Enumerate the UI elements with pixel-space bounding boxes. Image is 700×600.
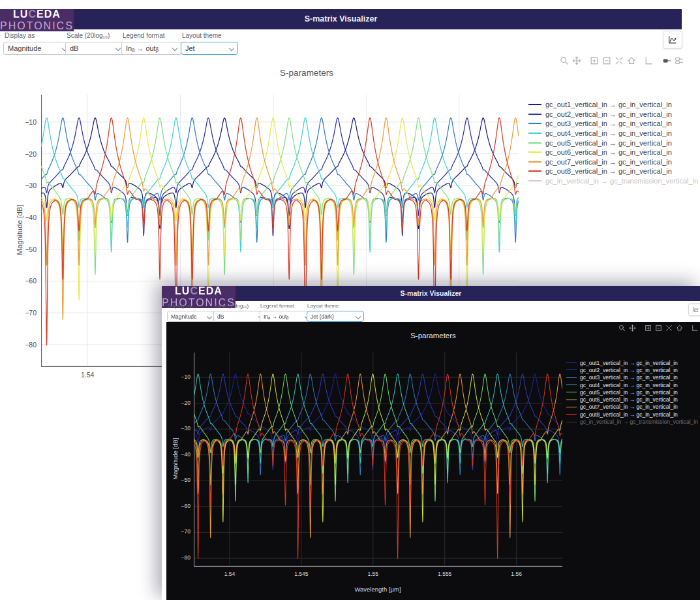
spikelines-icon[interactable] [645, 56, 654, 65]
layout-theme-select[interactable]: Jet (dark) [307, 311, 364, 322]
luceda-logo: LUCEDA PHOTONICS [0, 9, 74, 31]
app-title: S-matrix Visualizer [269, 286, 592, 301]
legend-item[interactable]: gc_out5_vertical_in → gc_in_vertical_in [528, 138, 700, 148]
y-tick-label: −40 [14, 213, 37, 221]
legend-line-swatch [566, 362, 577, 363]
legend-line-swatch [566, 407, 577, 407]
legend-line-swatch [566, 370, 577, 370]
legend-label: gc_out1_vertical_in → gc_in_vertical_in [580, 360, 678, 366]
legend-format-select[interactable]: Inₐ → outᵦ [121, 42, 181, 55]
reset-axes-icon[interactable] [676, 324, 683, 332]
legend-line-swatch [528, 133, 541, 134]
pan-icon[interactable] [629, 324, 636, 332]
control-display-as: Display as Magnitude [3, 29, 71, 55]
hover-closest-icon[interactable] [662, 56, 671, 65]
legend-item[interactable]: gc_out8_vertical_in → gc_in_vertical_in [566, 411, 700, 418]
legend-line-swatch [528, 161, 541, 163]
legend-item[interactable]: gc_out4_vertical_in → gc_in_vertical_in [566, 381, 700, 388]
legend-item[interactable]: gc_in_vertical_in → gc_transmission_vert… [528, 176, 700, 186]
y-tick-label: −20 [14, 150, 37, 158]
legend-label: gc_out5_vertical_in → gc_in_vertical_in [580, 389, 678, 396]
legend-label: gc_out1_vertical_in → gc_in_vertical_in [545, 101, 672, 108]
control-legend-format: Legend format Inₐ → outᵦ [121, 29, 181, 55]
legend-label: gc_out8_vertical_in → gc_in_vertical_in [545, 167, 672, 175]
legend-item[interactable]: gc_out7_vertical_in → gc_in_vertical_in [566, 403, 700, 411]
control-display-as: Display as Magnitude [167, 301, 215, 322]
chart-panel-button[interactable] [688, 303, 700, 316]
y-tick-label: −80 [171, 554, 190, 561]
control-scale: Scale (20log₁₀) dB [65, 29, 125, 55]
control-scale: Scale (20log₁₀) dB [213, 301, 267, 322]
x-tick-label: 1.54 [81, 371, 94, 379]
legend-item[interactable]: gc_out1_vertical_in → gc_in_vertical_in [566, 359, 700, 366]
legend-label: gc_out7_vertical_in → gc_in_vertical_in [580, 403, 678, 410]
display-as-select[interactable]: Magnitude [3, 42, 71, 55]
legend-item[interactable]: gc_out6_vertical_in → gc_in_vertical_in [528, 148, 700, 157]
legend-item[interactable]: gc_out3_vertical_in → gc_in_vertical_in [528, 119, 700, 129]
control-label: Layout theme [307, 303, 364, 309]
plot-modebar [618, 324, 700, 332]
control-layout-theme: Layout theme Jet [181, 29, 238, 55]
legend-line-swatch [528, 170, 541, 172]
y-tick-label: −10 [171, 373, 190, 380]
legend-line-swatch [566, 377, 577, 378]
display-as-select[interactable]: Magnitude [167, 311, 215, 322]
zoom-in-icon[interactable] [590, 56, 599, 65]
legend-line-swatch [566, 422, 577, 422]
autoscale-icon[interactable] [665, 324, 673, 332]
legend-item[interactable]: gc_out2_vertical_in → gc_in_vertical_in [566, 366, 700, 373]
y-axis-label: Magnitude [dB] [172, 423, 179, 495]
x-tick-label: 1.56 [511, 571, 522, 577]
zoom-out-icon[interactable] [602, 56, 611, 65]
legend-label: gc_out7_vertical_in → gc_in_vertical_in [545, 158, 672, 166]
window-dark: ↺ S-matrix Visualizer LUCEDA PHOTONICS D… [162, 286, 700, 600]
legend-item[interactable]: gc_out6_vertical_in → gc_in_vertical_in [566, 396, 700, 403]
spikelines-icon[interactable] [692, 324, 699, 332]
legend-item[interactable]: gc_out4_vertical_in → gc_in_vertical_in [528, 129, 700, 138]
screen: ↺ S-matrix Visualizer LUCEDA PHOTONICS D… [0, 0, 700, 600]
pan-icon[interactable] [572, 56, 581, 65]
titlebar: ↺ S-matrix Visualizer LUCEDA PHOTONICS [162, 286, 700, 301]
legend-label: gc_out8_vertical_in → gc_in_vertical_in [580, 411, 678, 418]
plot-area[interactable] [194, 353, 562, 567]
x-tick-label: 1.555 [438, 571, 451, 577]
reset-axes-icon[interactable] [627, 56, 636, 65]
zoom-in-icon[interactable] [645, 324, 652, 332]
scale-select[interactable]: dB [65, 42, 125, 55]
legend-item[interactable]: gc_out8_vertical_in → gc_in_vertical_in [528, 166, 700, 176]
legend-item[interactable]: gc_out7_vertical_in → gc_in_vertical_in [528, 157, 700, 167]
zoom-icon[interactable] [560, 56, 569, 65]
legend-line-swatch [528, 180, 541, 182]
chevron-down-icon [356, 313, 361, 319]
legend-item[interactable]: gc_out2_vertical_in → gc_in_vertical_in [528, 110, 700, 119]
legend-line-swatch [566, 385, 577, 385]
zoom-out-icon[interactable] [655, 324, 662, 332]
layout-theme-select[interactable]: Jet [181, 42, 238, 55]
zoom-icon[interactable] [618, 324, 626, 332]
hover-compare-icon[interactable] [675, 56, 684, 65]
plot-title: S-parameters [241, 68, 372, 78]
control-label: Legend format [260, 303, 313, 309]
scale-select[interactable]: dB [213, 311, 267, 322]
plot-legend: gc_out1_vertical_in → gc_in_vertical_ing… [528, 100, 700, 185]
titlebar: ↺ S-matrix Visualizer LUCEDA PHOTONICS [0, 9, 682, 29]
chart-panel-button[interactable] [663, 31, 682, 49]
y-tick-label: −30 [14, 182, 37, 189]
legend-label: gc_out6_vertical_in → gc_in_vertical_in [580, 396, 678, 403]
chevron-down-icon [229, 46, 234, 51]
legend-label: gc_out4_vertical_in → gc_in_vertical_in [580, 382, 678, 388]
control-label: Legend format [123, 32, 181, 39]
y-tick-label: −60 [171, 503, 190, 509]
legend-line-swatch [566, 392, 577, 392]
legend-item[interactable]: gc_out1_vertical_in → gc_in_vertical_in [528, 100, 700, 110]
y-axis-label: Magnitude [dB] [16, 191, 23, 269]
y-tick-label: −60 [14, 277, 37, 285]
legend-item[interactable]: gc_in_vertical_in → gc_transmission_vert… [566, 418, 700, 425]
legend-label: gc_out6_vertical_in → gc_in_vertical_in [545, 148, 672, 156]
legend-format-select[interactable]: Inₐ → outᵦ [260, 311, 313, 322]
control-label: Display as [168, 303, 215, 309]
legend-item[interactable]: gc_out5_vertical_in → gc_in_vertical_in [566, 388, 700, 396]
y-tick-label: −10 [14, 118, 37, 126]
autoscale-icon[interactable] [615, 56, 624, 65]
legend-item[interactable]: gc_out3_vertical_in → gc_in_vertical_in [566, 374, 700, 381]
